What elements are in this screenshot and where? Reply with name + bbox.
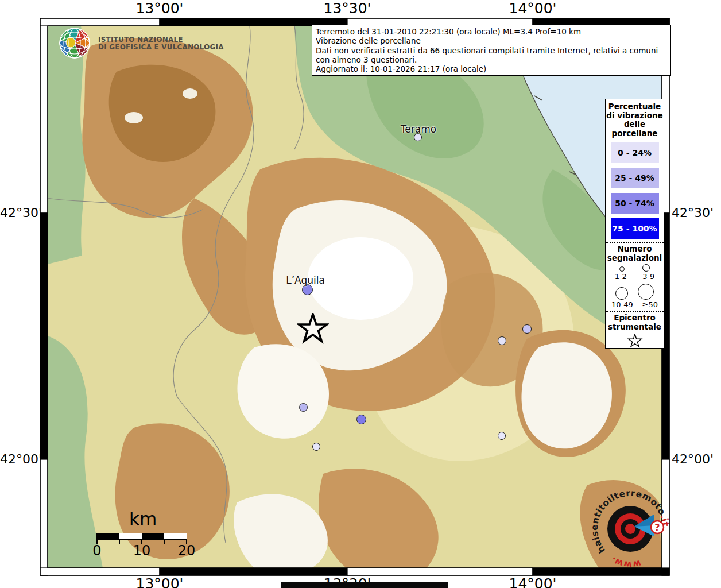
event-effect: Vibrazione delle porcellane: [316, 36, 667, 45]
haisentitoilterremoto-logo: haisentitoilterremoto.it www. ?: [590, 489, 670, 569]
count-label-10-49: 10-49: [611, 300, 633, 309]
count-circle-1-2: [619, 266, 625, 272]
legend-count-title: Numero segnalazioni: [606, 245, 664, 262]
scale-bar-segments: [96, 533, 187, 540]
legend-panel: Percentuale di vibrazione delle porcella…: [605, 99, 664, 349]
legend-swatch-75-100: 75 - 100%: [611, 218, 659, 239]
legend-swatch-label: 75 - 100%: [612, 224, 657, 233]
legend-swatch-label: 0 - 24%: [618, 148, 652, 157]
count-circle-50plus: [638, 284, 654, 300]
legend-star-icon: [626, 334, 644, 350]
scale-tick-20: 20: [178, 543, 196, 559]
count-label-1-2: 1-2: [615, 272, 627, 281]
svg-text:www.: www.: [609, 555, 642, 569]
scale-tick-10: 10: [133, 543, 151, 559]
count-circle-3-9: [642, 264, 650, 272]
legend-swatch-label: 50 - 74%: [615, 199, 654, 208]
legend-swatch-label: 25 - 49%: [615, 173, 654, 183]
ingv-name-line2: DI GEOFISICA E VULCANOLOGIA: [98, 44, 224, 52]
event-updated: Aggiornato il: 10-01-2026 21:17 (ora loc…: [316, 64, 667, 74]
event-disclaimer: Dati non verificati estratti da 66 quest…: [316, 46, 667, 65]
map-page: 13°00' 13°30' 14°00' 13°00' 13°30' 14°00…: [0, 0, 721, 588]
ingv-globe-icon: [59, 27, 91, 60]
ingv-logo: ISTITUTO NAZIONALE DI GEOFISICA E VULCAN…: [59, 27, 224, 60]
legend-percent-title: Percentuale di vibrazione delle porcella…: [606, 102, 664, 138]
bottom-bar: [281, 582, 448, 588]
legend-swatch-0-24: 0 - 24%: [611, 142, 659, 163]
question-mark: ?: [654, 522, 660, 533]
event-title: Terremoto del 31-01-2010 22:21:30 (ora l…: [316, 27, 667, 36]
event-info-box: Terremoto del 31-01-2010 22:21:30 (ora l…: [312, 25, 671, 76]
legend-divider: [606, 311, 664, 312]
ingv-name-line1: ISTITUTO NAZIONALE: [98, 36, 224, 44]
watermark-www-text: www.: [609, 555, 642, 569]
scale-tick-0: 0: [92, 543, 101, 559]
legend-swatch-50-74: 50 - 74%: [611, 193, 659, 214]
count-circle-10-49: [615, 287, 628, 300]
legend-divider: [606, 242, 664, 243]
scale-unit-label: km: [129, 508, 157, 529]
legend-epicenter-title: Epicentro strumentale: [606, 314, 664, 331]
count-label-50plus: ≥50: [642, 300, 658, 309]
legend-swatch-25-49: 25 - 49%: [611, 168, 659, 188]
count-label-3-9: 3-9: [642, 272, 654, 281]
